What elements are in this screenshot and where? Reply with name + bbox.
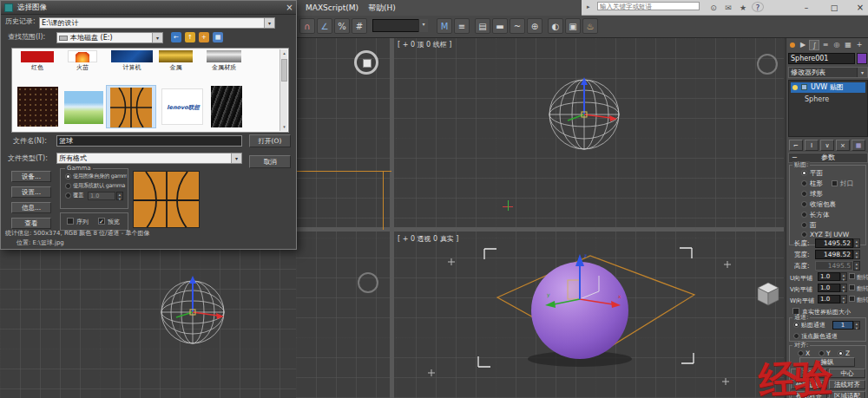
thumb-gold[interactable] (159, 50, 193, 62)
close-window-button[interactable]: × (851, 1, 868, 15)
thumb-red[interactable] (21, 51, 54, 62)
gamma-system-radio[interactable] (65, 183, 71, 189)
search-input[interactable] (597, 2, 700, 10)
cap-checkbox[interactable] (832, 180, 838, 186)
pin-stack-icon[interactable]: ⌐ (789, 140, 803, 151)
angle-snap-icon[interactable]: ∠ (317, 18, 332, 34)
object-color-swatch[interactable] (857, 53, 867, 64)
viewcube-topleft[interactable] (354, 50, 378, 75)
keyboard-override-icon[interactable]: # (352, 18, 367, 34)
object-name-field[interactable]: Sphere001 (788, 53, 855, 64)
minimize-button[interactable]: – (797, 1, 816, 15)
u-tile-field[interactable]: 1.0 (818, 272, 840, 281)
view-button[interactable]: 查看 (11, 218, 51, 229)
tab-display-icon[interactable]: ▦ (843, 40, 853, 50)
render-production-icon[interactable]: ♨ (582, 18, 598, 34)
thumb-metal-texture[interactable] (207, 50, 241, 62)
communication-center-icon[interactable]: ✉ (722, 1, 734, 15)
radio-align-z[interactable] (838, 350, 844, 356)
tab-motion-icon[interactable]: ◎ (832, 40, 842, 50)
menu-maxscript[interactable]: MAXScript(M) (306, 0, 358, 16)
up-one-level-icon[interactable]: ↑ (185, 32, 195, 42)
thumb-landscape[interactable] (64, 91, 103, 124)
remove-modifier-icon[interactable]: × (836, 140, 850, 151)
gamma-image-radio[interactable] (65, 173, 71, 179)
radio-spherical[interactable] (801, 191, 807, 197)
search-icon[interactable]: ⊙ (707, 1, 720, 15)
make-unique-icon[interactable]: ∨ (820, 140, 834, 151)
height-field[interactable]: 1495.5 (815, 261, 853, 271)
u-flip-checkbox[interactable] (849, 273, 855, 279)
curve-editor-icon[interactable]: ~ (510, 18, 525, 34)
sequence-checkbox[interactable] (67, 218, 74, 225)
w-tile-field[interactable]: 1.0 (818, 295, 840, 303)
radio-cylindrical[interactable] (801, 180, 807, 186)
scroll-up-icon[interactable]: ▴ (280, 49, 288, 57)
browser-scrollbar[interactable]: ▴ ▾ (279, 49, 287, 131)
modifier-list-dropdown[interactable]: 修改器列表 (788, 67, 868, 78)
tab-utilities-icon[interactable]: + (854, 40, 865, 50)
cancel-button[interactable]: 取消 (249, 155, 291, 168)
wireframe-sphere-top-view[interactable] (547, 75, 621, 153)
width-spinner[interactable] (853, 250, 860, 259)
info-button[interactable]: 信息... (11, 202, 51, 213)
stack-item-sphere[interactable]: Sphere (791, 95, 865, 105)
configure-modifier-sets-icon[interactable]: ▦ (852, 140, 865, 151)
devices-button[interactable]: 设备... (11, 171, 51, 182)
selection-set-arrow-icon[interactable] (418, 19, 428, 32)
height-spinner[interactable] (853, 261, 860, 271)
maximize-button[interactable]: □ (825, 1, 844, 15)
history-arrow-icon[interactable] (264, 18, 274, 28)
radio-box[interactable] (801, 212, 807, 218)
go-back-icon[interactable]: ← (171, 32, 181, 42)
favorites-icon[interactable]: ★ (737, 1, 749, 15)
history-dropdown[interactable]: E:\课的设计 (39, 17, 275, 29)
viewport-splitter-horizontal[interactable] (296, 227, 786, 232)
scroll-down-icon[interactable]: ▾ (280, 123, 288, 131)
radio-planar[interactable] (801, 170, 807, 176)
viewport-label-top[interactable]: [ + 0 顶 0 线框 ] (398, 40, 451, 49)
infocenter-expand-icon[interactable]: ▸ (587, 3, 590, 10)
stack-item-uvw-map[interactable]: UVW 贴图 (791, 82, 865, 93)
thumb-ornate[interactable] (17, 87, 58, 127)
modifier-enabled-bulb-icon[interactable] (792, 85, 798, 90)
radio-face[interactable] (801, 222, 807, 228)
gamma-override-spinner[interactable] (116, 192, 123, 200)
render-setup-icon[interactable]: ◐ (548, 18, 563, 34)
center-button[interactable]: 中心 (829, 369, 865, 378)
viewcube-topright[interactable] (757, 54, 778, 75)
rendered-frame-icon[interactable]: ▣ (565, 18, 581, 34)
v-tile-field[interactable]: 1.0 (818, 284, 840, 292)
filetype-dropdown[interactable]: 所有格式 (56, 153, 242, 164)
thumb-basketball[interactable] (110, 88, 152, 127)
map-channel-spinner[interactable] (853, 321, 860, 329)
thumb-flame[interactable] (68, 50, 97, 62)
radio-vertex-channel[interactable] (793, 333, 799, 339)
scroll-thumb[interactable] (281, 59, 287, 82)
viewport-splitter-vertical[interactable] (390, 38, 394, 398)
radio-shrinkwrap[interactable] (801, 201, 807, 207)
thumb-lenovo[interactable]: lenovo联想 (161, 88, 203, 125)
viewcube-face[interactable] (363, 59, 372, 68)
modifier-list-arrow-icon[interactable] (857, 68, 867, 77)
percent-snap-icon[interactable]: % (334, 18, 350, 34)
thumb-computer[interactable] (111, 50, 153, 62)
thumb-tire[interactable] (211, 86, 242, 127)
show-end-result-icon[interactable]: I (805, 140, 819, 151)
w-tile-spinner[interactable] (840, 295, 847, 303)
v-flip-checkbox[interactable] (849, 284, 855, 290)
lookin-arrow-icon[interactable] (152, 33, 162, 42)
setup-button[interactable]: 设置... (11, 186, 51, 198)
ribbon-toggle-icon[interactable]: ▬ (492, 18, 508, 34)
tab-modify-icon[interactable]: ∫ (809, 40, 819, 50)
tab-hierarchy-icon[interactable]: ≡ (820, 40, 831, 50)
preview-checkbox[interactable] (98, 218, 105, 225)
length-field[interactable]: 1495.52 (815, 238, 853, 248)
open-button[interactable]: 打开(O) (249, 134, 291, 147)
wireframe-sphere-side-view[interactable] (159, 274, 227, 345)
help-icon[interactable]: ? (752, 2, 764, 12)
dialog-titlebar[interactable]: 选择图像 × (1, 1, 296, 15)
region-fit-button[interactable]: 区域适配 (829, 391, 865, 398)
new-folder-icon[interactable]: + (199, 32, 209, 42)
normal-align-button[interactable]: 法线对齐 (829, 380, 865, 389)
